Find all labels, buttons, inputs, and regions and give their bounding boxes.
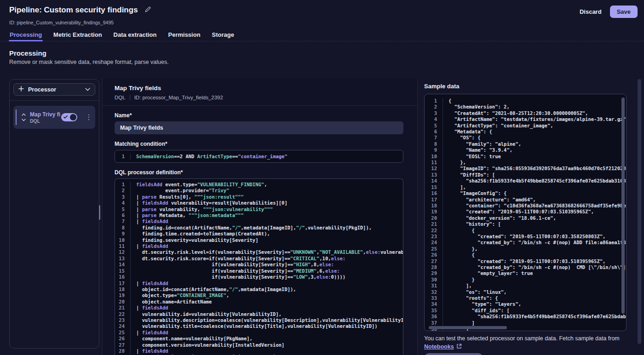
line-number: 11 [115, 243, 131, 249]
line-number: 14 [425, 178, 443, 184]
page-scrollbar[interactable] [638, 79, 641, 344]
dql-definition-editor[interactable]: 1fieldsAdd event.type="VULNERABILITY_FIN… [115, 178, 403, 355]
line-number: 18 [115, 286, 131, 292]
tab-metric-extraction[interactable]: Metric Extraction [53, 29, 102, 41]
sample-data-title: Sample data [424, 83, 627, 90]
pencil-icon [144, 6, 151, 14]
tab-bar: Processing Metric Extraction Data extrac… [0, 29, 644, 41]
code-line: 10 "EOSL": true [425, 154, 626, 160]
code-text: event.provider="Trivy" [136, 188, 229, 194]
code-line: 9 "Name": "3.9.4", [425, 147, 626, 153]
processor-enabled-toggle[interactable] [61, 113, 77, 121]
line-number: 7 [425, 135, 443, 141]
section-description: Remove or mask sensitive data, reshape f… [9, 59, 169, 65]
code-text: | fieldsAdd vulnerability=result[Vulnera… [136, 200, 288, 206]
code-line: 7 "OS": { [425, 135, 626, 141]
code-text: { [448, 228, 475, 234]
divider [103, 105, 417, 106]
code-text: if(vulnerability[Severity]=="MEDIUM",6,e… [136, 268, 340, 274]
code-line: 17| fieldsAdd [115, 281, 403, 286]
sample-data-editor[interactable]: 1{2 "SchemaVersion": 2,3 "CreatedAt": "2… [424, 94, 627, 331]
edit-title-button[interactable] [144, 6, 151, 14]
notebooks-link[interactable]: Notebooks [424, 344, 454, 350]
code-line: 23 vulnerability.description=coalesce(vu… [115, 317, 403, 323]
name-field-label: Name* [115, 112, 403, 119]
code-text: | parse vulnerability, """json:vulnerabi… [136, 206, 273, 212]
line-number: 9 [425, 147, 443, 153]
line-number: 26 [115, 336, 131, 342]
code-line: 23 "created": "2019-05-11T00:07:03.35825… [425, 234, 626, 240]
line-number: 5 [115, 206, 131, 212]
check-icon [63, 115, 68, 119]
code-text: "type": "layers", [448, 301, 521, 307]
code-text: ], [448, 184, 466, 190]
line-number: 10 [115, 237, 131, 243]
chevron-down-icon [85, 88, 90, 91]
tab-data-extraction[interactable]: Data extraction [113, 29, 157, 41]
code-line: 33 "rootfs": { [425, 295, 626, 301]
code-line: 1SchemaVersion==2 AND ArtifactType=="con… [115, 154, 403, 160]
sample-editor-wrap: 1{2 "SchemaVersion": 2,3 "CreatedAt": "2… [424, 94, 627, 331]
line-number: 3 [115, 194, 131, 200]
code-text: "created": "2019-05-11T00:07:03.35825080… [448, 234, 605, 240]
pipeline-editor-app: Pipeline: Custom security findings ID: p… [0, 0, 644, 355]
line-number: 37 [425, 320, 443, 326]
tab-processing[interactable]: Processing [9, 29, 42, 41]
line-number: 4 [425, 116, 443, 122]
code-text: "created": "2019-05-11T00:07:03.51039596… [448, 258, 605, 264]
line-number: 5 [425, 123, 443, 129]
vertical-scrollbar[interactable] [621, 97, 625, 314]
code-text: SchemaVersion==2 AND ArtifactType=="cont… [136, 154, 288, 160]
code-text: "ArtifactType": "container_image", [448, 123, 553, 129]
code-text: "empty_layer": true [448, 270, 533, 276]
code-text: ], [448, 283, 472, 289]
add-processor-button[interactable]: Processor [13, 83, 95, 96]
code-text: "container": "c10d36fa368a7ea67368368266… [448, 203, 627, 209]
line-number: 13 [115, 256, 131, 262]
discard-button[interactable]: Discard [580, 8, 602, 15]
line-number: 2 [425, 104, 443, 110]
horizontal-scrollbar[interactable] [429, 326, 507, 329]
code-text: "ArtifactName": "testdata/fixtures/image… [448, 116, 627, 122]
line-number: 10 [425, 154, 443, 160]
processor-menu-button[interactable] [86, 113, 92, 122]
code-line: 28| fieldsAdd [115, 348, 403, 354]
code-text: "ImageID": "sha256:055936d3920576da37aa9… [448, 166, 627, 172]
code-line: 3 "CreatedAt": "2021-08-25T12:20:30.0000… [425, 110, 626, 116]
processor-id-label: ID: processor_Map_Trivy_fields_2392 [134, 95, 223, 100]
processor-list-item[interactable]: Map Trivy fi... DQL [13, 106, 95, 129]
code-text: "CreatedAt": "2021-08-25T12:20:30.000000… [448, 110, 588, 116]
line-number: 19 [115, 292, 131, 298]
matching-condition-editor[interactable]: 1SchemaVersion==2 AND ArtifactType=="con… [115, 150, 403, 163]
line-number: 3 [425, 110, 443, 116]
line-number: 1 [115, 182, 131, 188]
line-number: 4 [115, 200, 131, 206]
line-number: 22 [425, 228, 443, 234]
line-number: 6 [425, 129, 443, 135]
code-text: "architecture": "amd64", [448, 197, 536, 203]
run-sample-button-clipped[interactable] [424, 353, 483, 355]
code-line: 1{ [425, 98, 626, 104]
drag-handle-icon[interactable] [21, 113, 26, 121]
code-text: "os": "linux", [448, 289, 506, 295]
tab-permission[interactable]: Permission [168, 29, 201, 41]
code-line: 15 if(vulnerability[Severity]=="MEDIUM",… [115, 268, 403, 274]
code-text: "history": [ [448, 221, 501, 227]
code-text: "created": "2019-05-11T00:07:03.51039596… [448, 209, 594, 215]
code-line: 24 "created_by": "/bin/sh -c #(nop) ADD … [425, 240, 626, 246]
code-line: 2 event.provider="Trivy" [115, 188, 403, 194]
tab-storage[interactable]: Storage [212, 29, 235, 41]
code-text: "sha256:f1b5933fe4b5f49bbe8258745cf396af… [448, 314, 627, 320]
line-number: 26 [425, 252, 443, 258]
code-text: "docker_version": "18.06.1-ce", [448, 215, 556, 221]
code-text: | fieldsAdd [136, 243, 168, 249]
pipeline-id: ID: pipeline_Custom_vulnerability_findin… [9, 20, 114, 25]
divider [130, 95, 130, 100]
panel-resize-handle-left[interactable] [99, 205, 100, 220]
line-number: 1 [425, 98, 443, 104]
sample-data-panel: Sample data 1{2 "SchemaVersion": 2,3 "Cr… [418, 78, 644, 355]
line-number: 23 [425, 234, 443, 240]
line-number: 30 [425, 277, 443, 283]
name-input[interactable] [115, 121, 403, 134]
save-button[interactable]: Save [610, 6, 638, 18]
